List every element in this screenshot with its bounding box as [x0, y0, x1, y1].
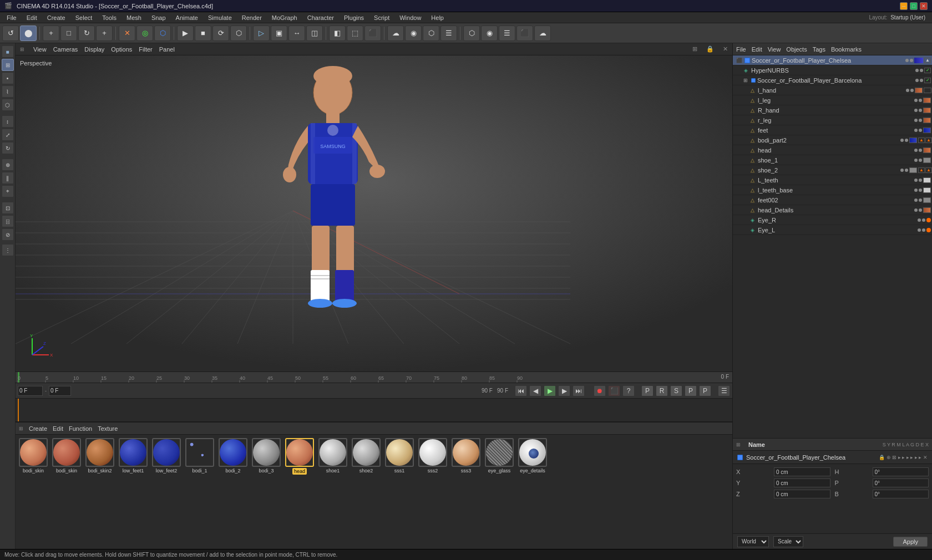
prev-frame-btn[interactable]: ◀: [529, 385, 541, 396]
mode-pla[interactable]: P: [699, 385, 711, 396]
mode-texture[interactable]: ⊞: [2, 59, 14, 71]
tool7[interactable]: ⬡: [463, 26, 480, 41]
mode-rot[interactable]: R: [656, 385, 668, 396]
move-tool-left[interactable]: ↕: [2, 115, 14, 128]
attr-p-input[interactable]: [873, 478, 929, 487]
render-active[interactable]: ■: [195, 26, 211, 41]
obj-item-eyeR[interactable]: ◈ Eye_R: [733, 215, 932, 225]
mat-item-head[interactable]: head: [284, 437, 315, 476]
vp-close[interactable]: ✕: [723, 45, 728, 53]
close-button[interactable]: ✕: [920, 2, 928, 10]
next-frame-btn[interactable]: ▶: [558, 385, 570, 396]
layout-value[interactable]: Startup (User): [890, 14, 925, 21]
obj-item-rhand[interactable]: △ R_hand: [733, 105, 932, 115]
mat-item-lowfeet2[interactable]: low_feet2: [151, 437, 182, 476]
mode-param[interactable]: P: [685, 385, 697, 396]
knife-left[interactable]: ∥: [2, 172, 14, 184]
maximize-button[interactable]: □: [910, 2, 918, 10]
mode-scale[interactable]: S: [670, 385, 682, 396]
vp-menu-panel[interactable]: Panel: [159, 46, 175, 53]
render-preview[interactable]: ▶: [177, 26, 194, 41]
menu-create[interactable]: Create: [43, 13, 70, 22]
obj-item-eyeL[interactable]: ◈ Eye_L: [733, 225, 932, 235]
mat-item-shoe2[interactable]: shoe2: [351, 437, 382, 476]
menu-select[interactable]: Select: [71, 13, 97, 22]
obj-item-barcelona[interactable]: ⊞ Soccer_or_Football_Player_Barcelona ✓: [733, 75, 932, 85]
scale-mode-select[interactable]: Scale Size: [773, 536, 803, 547]
camera-btn[interactable]: ◧: [329, 26, 346, 41]
menu-script[interactable]: Script: [369, 13, 394, 22]
obj-item-feet002[interactable]: △ feet002: [733, 195, 932, 205]
move-tool[interactable]: ✕: [119, 26, 135, 41]
target-btn[interactable]: ⬛: [364, 26, 381, 41]
vp-menu-view[interactable]: View: [33, 46, 47, 53]
mat-item-bodiskin3[interactable]: bodi_skin2: [84, 437, 115, 476]
mat-item-lowfeet1[interactable]: low_feet1: [118, 437, 149, 476]
mode-model[interactable]: ■: [2, 45, 14, 58]
menu-mograph[interactable]: MoGraph: [267, 13, 302, 22]
obj-item-shoe2[interactable]: △ shoe_2 ▲ ▲: [733, 165, 932, 175]
obj-item-head[interactable]: △ head: [733, 145, 932, 155]
mirror-left[interactable]: ⌻: [2, 215, 14, 227]
polygon-obj[interactable]: ▣: [271, 26, 287, 41]
attr-b-input[interactable]: [873, 490, 929, 498]
obj-item-lleg[interactable]: △ l_leg: [733, 95, 932, 105]
obj-menu-file[interactable]: File: [736, 46, 746, 53]
mode-poly[interactable]: ⬡: [2, 99, 14, 111]
cube-button[interactable]: □: [60, 26, 77, 41]
mat-item-shoe1[interactable]: shoe1: [317, 437, 348, 476]
new-button[interactable]: +: [43, 26, 59, 41]
menu-render[interactable]: Render: [237, 13, 266, 22]
sculpt-left[interactable]: ⋮: [2, 244, 14, 256]
obj-item-shoe1[interactable]: △ shoe_1: [733, 155, 932, 165]
floor-obj[interactable]: ◫: [306, 26, 323, 41]
mat-menu-edit[interactable]: Edit: [53, 425, 63, 432]
obj-item-root[interactable]: ⬛ Soccer_or_Football_Player_Chelsea ▲: [733, 55, 932, 65]
menu-window[interactable]: Window: [395, 13, 426, 22]
obj-menu-view[interactable]: View: [768, 46, 781, 53]
menu-file[interactable]: File: [2, 13, 21, 22]
vp-lock[interactable]: 🔒: [706, 45, 714, 53]
menu-simulate[interactable]: Simulate: [204, 13, 236, 22]
obj-item-lteeth[interactable]: △ L_teeth: [733, 175, 932, 185]
obj-menu-bookmarks[interactable]: Bookmarks: [831, 46, 862, 53]
obj-item-headdetails[interactable]: △ head_Details: [733, 205, 932, 215]
mat-item-sss3[interactable]: sss3: [450, 437, 482, 476]
attr-z-input[interactable]: [774, 490, 830, 498]
menu-plugins[interactable]: Plugins: [340, 13, 368, 22]
mat-item-sss1[interactable]: sss1: [384, 437, 415, 476]
menu-edit[interactable]: Edit: [22, 13, 42, 22]
render-all[interactable]: ⟳: [212, 26, 229, 41]
skip-start-btn[interactable]: ⏮: [515, 385, 527, 396]
current-frame-input[interactable]: [18, 386, 43, 396]
rotate-tool-left[interactable]: ↻: [2, 142, 14, 154]
null-object[interactable]: ▷: [253, 26, 270, 41]
obj-item-bodipart2[interactable]: △ bodi_part2 ▲ ▲: [733, 135, 932, 145]
add-button[interactable]: +: [96, 26, 113, 41]
play-btn[interactable]: ▶: [544, 385, 556, 396]
menu-mesh[interactable]: Mesh: [122, 13, 146, 22]
menu-character[interactable]: Character: [303, 13, 338, 22]
vp-menu-options[interactable]: Options: [111, 46, 132, 53]
menu-help[interactable]: Help: [427, 13, 448, 22]
menu-tools[interactable]: Tools: [98, 13, 121, 22]
mat-item-bodi3[interactable]: bodi_3: [251, 437, 282, 476]
minimize-button[interactable]: ─: [900, 2, 908, 10]
move-obj[interactable]: ↔: [288, 26, 305, 41]
mat-item-sss2[interactable]: sss2: [417, 437, 448, 476]
tool11[interactable]: ☁: [534, 26, 551, 41]
obj-item-hypernurbs[interactable]: ◈ HyperNURBS ✓: [733, 65, 932, 75]
start-frame-input[interactable]: [49, 386, 71, 396]
vp-menu-cameras[interactable]: Cameras: [53, 46, 78, 53]
key-info-btn[interactable]: ?: [622, 385, 635, 396]
material-btn[interactable]: ◉: [405, 26, 422, 41]
mode-edge[interactable]: ⌇: [2, 85, 14, 98]
mode-pos[interactable]: P: [641, 385, 654, 396]
coord-system-select[interactable]: World Object Local: [737, 536, 769, 547]
snap-left[interactable]: ⊡: [2, 202, 14, 214]
viewport[interactable]: Perspective SAMSUNG: [16, 55, 732, 371]
menu-animate[interactable]: Animate: [171, 13, 202, 22]
obj-item-lhand[interactable]: △ l_hand: [733, 85, 932, 95]
obj-item-lteethbase[interactable]: △ l_teeth_base: [733, 185, 932, 195]
spline-btn[interactable]: ⬡: [423, 26, 439, 41]
